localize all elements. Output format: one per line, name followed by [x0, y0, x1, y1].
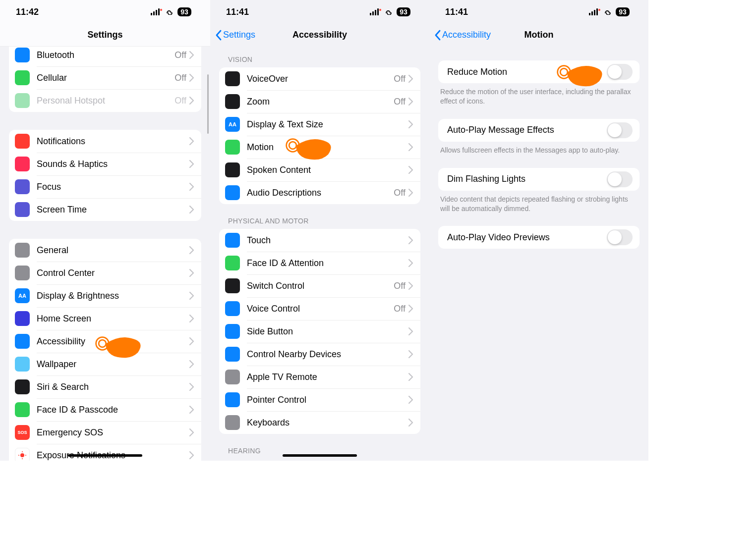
- row-general[interactable]: General: [9, 239, 201, 262]
- row-label: Face ID & Passcode: [37, 405, 189, 415]
- row-value: Off: [394, 74, 406, 84]
- row-home-screen[interactable]: Home Screen: [9, 307, 201, 330]
- row-label: Sounds & Haptics: [37, 159, 189, 169]
- focus-icon: [15, 179, 30, 194]
- chevron-right-icon: [189, 51, 194, 59]
- group-autoplay-msg: Auto-Play Message Effects: [438, 119, 640, 142]
- row-label: Motion: [247, 142, 408, 153]
- row-label: Audio Descriptions: [247, 188, 394, 198]
- row-control-nearby[interactable]: Control Nearby Devices: [219, 343, 420, 366]
- row-motion[interactable]: Motion: [219, 136, 420, 159]
- touch-icon: [225, 233, 240, 248]
- group-physical: Touch Face ID & Attention Switch Control…: [219, 229, 420, 434]
- battery-indicator: 93: [616, 7, 630, 16]
- chevron-right-icon: [408, 75, 413, 83]
- chevron-right-icon: [408, 350, 413, 358]
- row-cellular[interactable]: Cellular Off: [9, 66, 201, 89]
- general-icon: [15, 243, 30, 258]
- home-indicator[interactable]: [283, 454, 357, 457]
- siri-icon: [15, 379, 30, 394]
- voiceover-icon: [225, 71, 240, 86]
- row-audio-desc[interactable]: Audio Descriptions Off: [219, 181, 420, 204]
- row-faceid-attn[interactable]: Face ID & Attention: [219, 252, 420, 274]
- row-emergency-sos[interactable]: SOS Emergency SOS: [9, 421, 201, 444]
- footer-reduce-motion: Reduce the motion of the user interface,…: [429, 83, 648, 113]
- row-wallpaper[interactable]: Wallpaper: [9, 353, 201, 375]
- toggle-autoplay-video[interactable]: [607, 229, 633, 245]
- accessibility-icon: [15, 334, 30, 349]
- scrollbar[interactable]: [207, 74, 209, 134]
- chevron-right-icon: [189, 428, 194, 436]
- row-display-text[interactable]: AA Display & Text Size: [219, 113, 420, 136]
- group-dim-flashing: Dim Flashing Lights: [438, 168, 640, 191]
- row-switch-control[interactable]: Switch Control Off: [219, 274, 420, 297]
- row-label: Home Screen: [37, 314, 189, 324]
- voice-control-icon: [225, 301, 240, 316]
- chevron-right-icon: [189, 269, 194, 277]
- control-center-icon: [15, 266, 30, 280]
- page-title: Settings: [0, 30, 210, 40]
- row-apple-tv[interactable]: Apple TV Remote: [219, 366, 420, 388]
- home-screen-icon: [15, 311, 30, 326]
- row-pointer[interactable]: Pointer Control: [219, 388, 420, 411]
- row-display-brightness[interactable]: AA Display & Brightness: [9, 284, 201, 307]
- row-bluetooth[interactable]: Bluetooth Off: [9, 44, 201, 66]
- row-autoplay-video[interactable]: Auto-Play Video Previews: [438, 226, 640, 249]
- row-accessibility[interactable]: Accessibility: [9, 330, 201, 353]
- row-voice-control[interactable]: Voice Control Off: [219, 297, 420, 320]
- row-reduce-motion[interactable]: Reduce Motion: [438, 60, 640, 83]
- row-autoplay-msg[interactable]: Auto-Play Message Effects: [438, 119, 640, 142]
- chevron-right-icon: [189, 206, 194, 214]
- battery-indicator: 93: [177, 7, 191, 16]
- row-faceid[interactable]: Face ID & Passcode: [9, 398, 201, 421]
- status-time: 11:42: [16, 7, 39, 17]
- screen-accessibility: 11:41 93 Settings Accessibility VISION V…: [210, 0, 429, 461]
- toggle-reduce-motion[interactable]: [607, 64, 633, 80]
- footer-autoplay-msg: Allows fullscreen effects in the Message…: [429, 142, 648, 162]
- row-label: Apple TV Remote: [247, 372, 408, 382]
- row-value: Off: [394, 188, 406, 198]
- row-siri[interactable]: Siri & Search: [9, 375, 201, 398]
- motion-icon: [225, 140, 240, 155]
- row-touch[interactable]: Touch: [219, 229, 420, 252]
- row-voiceover[interactable]: VoiceOver Off: [219, 67, 420, 90]
- personal-hotspot-icon: [385, 9, 394, 15]
- status-time: 11:41: [226, 7, 249, 17]
- row-label: Emergency SOS: [37, 428, 189, 438]
- bluetooth-icon: [15, 48, 30, 62]
- chevron-right-icon: [189, 97, 194, 105]
- row-keyboards[interactable]: Keyboards: [219, 411, 420, 434]
- row-screentime[interactable]: Screen Time: [9, 198, 201, 221]
- row-focus[interactable]: Focus: [9, 175, 201, 198]
- row-label: Face ID & Attention: [247, 258, 408, 268]
- row-sounds[interactable]: Sounds & Haptics: [9, 153, 201, 175]
- audio-desc-icon: [225, 185, 240, 200]
- home-indicator[interactable]: [68, 454, 142, 457]
- section-header-physical: PHYSICAL AND MOTOR: [210, 208, 429, 229]
- signal-icon: [151, 8, 163, 16]
- row-value: Off: [394, 97, 406, 107]
- hotspot-icon: [15, 93, 30, 108]
- row-side-button[interactable]: Side Button: [219, 320, 420, 343]
- row-hotspot[interactable]: Personal Hotspot Off: [9, 89, 201, 112]
- exposure-icon: [15, 448, 30, 461]
- chevron-right-icon: [408, 98, 413, 106]
- row-spoken[interactable]: Spoken Content: [219, 159, 420, 181]
- toggle-dim-flashing[interactable]: [607, 171, 633, 187]
- personal-hotspot-icon: [166, 9, 174, 15]
- row-notifications[interactable]: Notifications: [9, 130, 201, 153]
- battery-indicator: 93: [397, 7, 410, 16]
- chevron-right-icon: [189, 160, 194, 168]
- settings-group-general: General Control Center AA Display & Brig…: [9, 239, 201, 461]
- row-dim-flashing[interactable]: Dim Flashing Lights: [438, 168, 640, 191]
- status-bar: 11:41 93: [210, 0, 429, 24]
- screentime-icon: [15, 202, 30, 217]
- row-control-center[interactable]: Control Center: [9, 262, 201, 284]
- row-value: Off: [394, 281, 406, 291]
- faceid-attn-icon: [225, 256, 240, 270]
- row-zoom[interactable]: Zoom Off: [219, 90, 420, 113]
- row-label: Wallpaper: [37, 359, 189, 370]
- toggle-autoplay-msg[interactable]: [607, 122, 633, 138]
- row-exposure[interactable]: Exposure Notifications: [9, 444, 201, 461]
- chevron-right-icon: [408, 166, 413, 174]
